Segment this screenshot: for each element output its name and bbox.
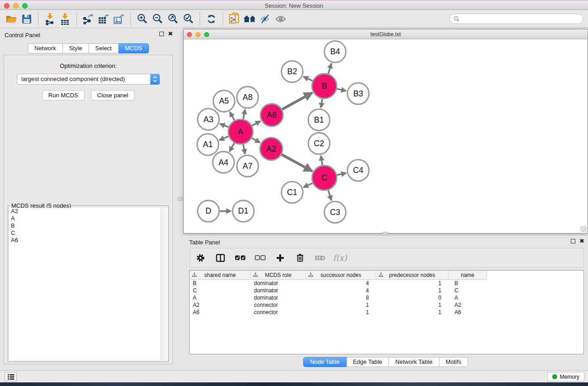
refresh-button[interactable]	[204, 12, 219, 26]
table-cell[interactable]: C	[449, 287, 487, 294]
graph-edge-C-C2[interactable]	[321, 156, 322, 165]
task-history-button[interactable]	[5, 372, 17, 381]
graph-edge-B-B3[interactable]	[337, 89, 346, 91]
memory-button[interactable]: Memory	[547, 372, 584, 381]
home-button[interactable]	[242, 12, 258, 26]
graph-edge-A-A4[interactable]	[229, 143, 234, 152]
graph-edge-C-C4[interactable]	[337, 173, 346, 175]
network-canvas[interactable]: B4B2BB3A8A5A6B1A3AC2A1A2A4A7C4CC1C3DD1	[184, 39, 587, 233]
table-cell[interactable]: 1	[376, 280, 449, 287]
table-cell[interactable]: 1	[376, 287, 449, 294]
table-cell[interactable]: A6	[449, 309, 487, 316]
search-input[interactable]	[462, 16, 579, 22]
export-network-button[interactable]	[81, 12, 96, 26]
graph-edge-B-B1[interactable]	[321, 99, 322, 108]
graph-edge-A2-C[interactable]	[282, 154, 312, 171]
delete-table-button[interactable]	[315, 253, 325, 263]
table-cell[interactable]: dominator	[251, 287, 306, 294]
open-session-button[interactable]	[4, 12, 19, 26]
table-float-panel-icon[interactable]	[571, 239, 575, 243]
table-cell[interactable]: dominator	[251, 280, 306, 287]
graph-edge-A6-B[interactable]	[282, 93, 312, 110]
graph-edge-B-B4[interactable]	[328, 63, 331, 74]
run-mcds-button[interactable]: Run MCDS	[42, 90, 85, 100]
graph-edge-A-A2[interactable]	[252, 138, 260, 143]
tab-mcds[interactable]: MCDS	[119, 43, 149, 53]
table-cell[interactable]: 1	[306, 309, 376, 316]
graph-edge-A-A7[interactable]	[243, 144, 245, 154]
table-cell[interactable]: A6	[190, 309, 251, 316]
zoom-out-button[interactable]	[150, 12, 165, 26]
table-cell[interactable]: C	[190, 287, 251, 294]
graph-edge-B-B2[interactable]	[303, 76, 312, 81]
tab-network-table[interactable]: Network Table	[389, 357, 439, 367]
toggle-visibility-button[interactable]	[258, 12, 273, 26]
table-cell[interactable]: A2	[449, 301, 487, 309]
eye-button[interactable]	[273, 12, 288, 26]
search-field[interactable]	[449, 14, 583, 24]
network-snapshot-button[interactable]	[227, 12, 242, 26]
close-panel-button[interactable]: Close panel	[91, 90, 135, 100]
vertical-split-handle[interactable]	[177, 197, 182, 201]
table-cell[interactable]: A	[449, 294, 487, 301]
close-panel-icon[interactable]: ✖	[168, 32, 173, 36]
table-cell[interactable]: A2	[190, 301, 251, 309]
window-resize-grip[interactable]	[580, 226, 587, 232]
table-cell[interactable]: dominator	[251, 294, 306, 301]
table-cell[interactable]: 0	[376, 294, 449, 301]
result-scrollbar[interactable]	[161, 208, 167, 361]
column-header-shared-name[interactable]: shared name	[190, 271, 251, 280]
table-cell[interactable]: 1	[376, 301, 449, 309]
table-cell[interactable]: 4	[306, 280, 376, 287]
result-item[interactable]: B	[9, 222, 167, 229]
criterion-dropdown[interactable]: largest connected component (directed)	[17, 74, 160, 85]
zoom-selected-button[interactable]	[181, 12, 196, 26]
table-cell[interactable]: B	[449, 280, 487, 287]
graph-edge-A-A1[interactable]	[220, 136, 229, 140]
table-cell[interactable]: connector	[251, 309, 306, 316]
function-builder-button[interactable]: f(x)	[335, 253, 345, 263]
tab-style[interactable]: Style	[63, 43, 89, 53]
tab-network[interactable]: Network	[28, 43, 63, 53]
result-item[interactable]: C	[9, 229, 167, 237]
save-session-button[interactable]	[19, 12, 34, 26]
column-header-name[interactable]: name	[449, 271, 487, 280]
table-cell[interactable]: 1	[306, 301, 376, 309]
graph-edge-C-C3[interactable]	[328, 190, 331, 200]
table-cell[interactable]: 4	[306, 287, 376, 294]
table-settings-button[interactable]	[195, 253, 206, 263]
deselect-all-button[interactable]	[255, 253, 266, 263]
show-columns-button[interactable]	[215, 253, 226, 263]
tab-node-table[interactable]: Node Table	[303, 357, 347, 367]
zoom-in-button[interactable]	[134, 12, 150, 26]
column-header-successor-nodes[interactable]: successor nodes	[306, 271, 376, 280]
tab-select[interactable]: Select	[89, 43, 119, 53]
tab-edge-table[interactable]: Edge Table	[346, 357, 389, 367]
import-table-button[interactable]	[57, 12, 73, 26]
graph-edge-A-A5[interactable]	[230, 112, 234, 120]
graph-edge-A-A8[interactable]	[243, 110, 245, 119]
export-image-button[interactable]	[111, 12, 127, 26]
delete-column-button[interactable]	[295, 253, 306, 263]
table-cell[interactable]: B	[190, 280, 251, 287]
table-cell[interactable]: A	[190, 294, 251, 301]
column-header-predecessor-nodes[interactable]: predecessor nodes	[376, 271, 449, 280]
add-column-button[interactable]	[275, 253, 286, 263]
horizontal-split-handle[interactable]	[382, 232, 388, 235]
result-item[interactable]: A	[9, 215, 167, 222]
zoom-fit-button[interactable]	[165, 12, 181, 26]
graph-edge-A-A6[interactable]	[252, 121, 261, 126]
table-close-panel-icon[interactable]: ✖	[579, 239, 584, 243]
graph-edge-A-A3[interactable]	[220, 124, 229, 127]
table-cell[interactable]: 8	[306, 294, 376, 301]
result-item[interactable]: A2	[9, 208, 167, 215]
mcds-result-list[interactable]: A2ABCA6	[9, 208, 167, 361]
result-item[interactable]: A6	[9, 237, 167, 244]
float-panel-icon[interactable]	[159, 32, 164, 36]
export-table-button[interactable]	[96, 12, 111, 26]
table-cell[interactable]: connector	[251, 301, 306, 309]
graph-edge-C-C1[interactable]	[303, 183, 312, 187]
column-header-MCDS-role[interactable]: MCDS role	[251, 271, 306, 280]
import-network-button[interactable]	[42, 12, 57, 26]
tab-motifs[interactable]: Motifs	[439, 357, 468, 367]
